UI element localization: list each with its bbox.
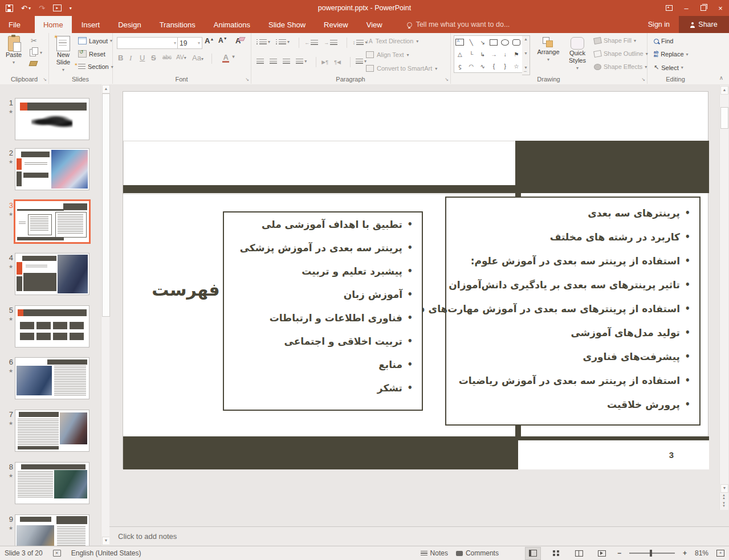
line-spacing-button[interactable]: ↕▾ — [352, 39, 367, 46]
slide-thumbnail-2[interactable]: 2 ★ — [15, 148, 89, 190]
shape-outline-button[interactable]: Shape Outline▾ — [594, 50, 648, 57]
text-box-shape-icon[interactable] — [455, 39, 464, 46]
tab-design[interactable]: Design — [109, 16, 149, 33]
select-button[interactable]: ↖Select▾ — [654, 64, 683, 71]
tab-view[interactable]: View — [358, 16, 391, 33]
minimize-button[interactable]: – — [678, 0, 695, 16]
paste-button[interactable]: Paste▾ — [3, 36, 24, 66]
right-brace-shape-icon[interactable]: } — [504, 63, 506, 70]
collapse-ribbon-button[interactable]: ∧ — [719, 75, 723, 81]
tab-home[interactable]: Home — [35, 16, 72, 33]
align-text-button[interactable]: Align Text▾ — [366, 51, 409, 58]
tab-transitions[interactable]: Transitions — [151, 16, 204, 33]
oval-shape-icon[interactable] — [501, 39, 509, 46]
previous-slide-button[interactable]: ▲▲ — [720, 493, 727, 500]
quick-styles-button[interactable]: Quick Styles▾ — [564, 37, 590, 72]
format-painter-button[interactable] — [30, 60, 37, 67]
arrow-shape-icon[interactable]: ↘ — [480, 39, 484, 46]
slide-thumbnail-1[interactable]: 1 ★ — [15, 98, 89, 140]
slide-thumbnail-7[interactable]: 7 ★ — [15, 410, 89, 452]
convert-smartart-button[interactable]: Convert to SmartArt▾ — [366, 65, 437, 72]
scroll-up-icon[interactable]: ▲ — [720, 86, 728, 95]
scroll-down-icon[interactable]: ▼ — [720, 484, 728, 493]
start-slideshow-button[interactable]: ▸ — [53, 5, 62, 11]
share-button[interactable]: Share — [679, 16, 729, 33]
zoom-slider[interactable] — [629, 553, 675, 554]
right-arrow-shape-icon[interactable]: → — [491, 51, 496, 58]
find-button[interactable]: Find — [654, 38, 673, 44]
numbering-button[interactable]: ▾ — [276, 39, 290, 44]
ltr-direction-button[interactable]: ▶¶ — [321, 59, 328, 65]
character-spacing-button[interactable]: AV▾ — [176, 54, 186, 60]
layout-button[interactable]: Layout▾ — [78, 37, 112, 44]
text-direction-button[interactable]: ↕AText Direction▾ — [366, 38, 418, 44]
scroll-down-icon[interactable]: ▼ — [102, 537, 110, 545]
section-button[interactable]: Section▾ — [78, 63, 113, 70]
font-name-combo[interactable]: ▾ — [117, 37, 178, 49]
slide-canvas[interactable]: پرینترهای سه بعدی کاربرد در رشته های مخل… — [123, 91, 708, 469]
toc-right-textbox[interactable]: پرینترهای سه بعدی کاربرد در رشته های مخل… — [445, 197, 701, 426]
curve-shape-icon[interactable]: ∿ — [480, 63, 484, 70]
font-size-combo[interactable]: 19▾ — [177, 37, 202, 49]
bold-button[interactable]: B — [118, 54, 123, 62]
reset-button[interactable]: Reset — [78, 50, 105, 58]
notes-toggle-button[interactable]: Notes — [421, 549, 448, 557]
star-shape-icon[interactable]: ☆ — [514, 63, 519, 70]
slide-thumbnail-9[interactable]: 9 ★ — [15, 514, 89, 546]
slide-page-number-box[interactable]: 3 — [518, 440, 709, 469]
scroll-up-icon[interactable]: ▲ — [102, 85, 110, 93]
copy-button[interactable]: ▾ — [30, 49, 36, 58]
cut-button[interactable]: ✂ — [31, 36, 37, 45]
replace-button[interactable]: abacReplace▾ — [654, 51, 689, 58]
paragraph-dialog-launcher[interactable]: ↘ — [445, 77, 449, 82]
rectangle-shape-icon[interactable] — [490, 39, 498, 46]
save-button[interactable] — [6, 5, 13, 12]
text-shadow-button[interactable]: abc — [162, 54, 172, 60]
shape-fill-button[interactable]: Shape Fill▾ — [594, 37, 636, 44]
ribbon-display-options-button[interactable] — [661, 0, 678, 16]
align-right-button[interactable] — [283, 59, 290, 64]
clipboard-dialog-launcher[interactable]: ↘ — [43, 77, 47, 82]
comments-toggle-button[interactable]: Comments — [456, 549, 499, 557]
align-center-button[interactable] — [270, 59, 277, 64]
tab-animations[interactable]: Animations — [205, 16, 259, 33]
slide-counter[interactable]: Slide 3 of 20 — [5, 549, 43, 557]
undo-button[interactable]: ↶▾ — [21, 4, 31, 13]
slide-thumbnail-8[interactable]: 8 ★ — [15, 462, 89, 504]
zoom-percentage[interactable]: 81% — [695, 549, 708, 557]
strikethrough-button[interactable]: S — [151, 54, 156, 62]
tab-slide-show[interactable]: Slide Show — [260, 16, 314, 33]
sign-in-link[interactable]: Sign in — [648, 16, 670, 33]
bullets-button[interactable]: ▾ — [256, 39, 270, 44]
slideshow-view-button[interactable] — [594, 547, 609, 559]
tab-file[interactable]: File — [0, 16, 29, 33]
notes-pane[interactable]: Click to add notes — [109, 526, 729, 546]
slide-thumbnail-6[interactable]: 6 ★ — [15, 357, 89, 399]
banner-shape-icon[interactable]: ⚑ — [514, 51, 519, 58]
zoom-in-button[interactable]: + — [683, 549, 687, 557]
rtl-direction-button[interactable]: ¶◀ — [334, 59, 341, 65]
shapes-gallery-scroll[interactable]: ▲▼▼─ — [522, 35, 530, 75]
left-brace-shape-icon[interactable]: { — [493, 63, 495, 70]
clear-formatting-button[interactable]: A — [235, 36, 241, 45]
slide-sorter-view-button[interactable] — [549, 547, 564, 559]
arrange-button[interactable]: Arrange▾ — [533, 37, 563, 63]
normal-view-button[interactable] — [525, 547, 541, 560]
new-slide-button[interactable]: New Slide▾ — [52, 36, 75, 73]
drawing-dialog-launcher[interactable]: ↘ — [641, 77, 645, 82]
slide-scrollbar[interactable]: ▲ ▼ ▲▲ ▼▼ — [719, 85, 728, 510]
restore-button[interactable] — [695, 0, 712, 16]
down-arrow-shape-icon[interactable]: ↓ — [504, 51, 507, 58]
zoom-slider-thumb[interactable] — [650, 550, 652, 557]
shapes-gallery[interactable]: ╲ ↘ △ └ ↳ → ↓ ⚑ ϛ ◠ ∿ { } ☆ — [454, 35, 523, 73]
tell-me-box[interactable]: Tell me what you want to do... — [407, 16, 510, 33]
shape-effects-button[interactable]: Shape Effects▾ — [594, 63, 647, 70]
slide-thumbnail-5[interactable]: 5 ★ — [15, 305, 89, 348]
change-case-button[interactable]: Aa▾ — [192, 54, 203, 62]
qat-customize-button[interactable]: ▾ — [70, 6, 72, 11]
elbow-arrow-icon[interactable]: ↳ — [480, 51, 484, 58]
slide-scrollbar-thumb[interactable] — [720, 107, 728, 129]
slide-thumbnail-3-selected[interactable]: 3 ★ — [15, 201, 89, 243]
redo-button[interactable]: ↷ — [39, 4, 45, 13]
font-dialog-launcher[interactable]: ↘ — [245, 77, 249, 82]
